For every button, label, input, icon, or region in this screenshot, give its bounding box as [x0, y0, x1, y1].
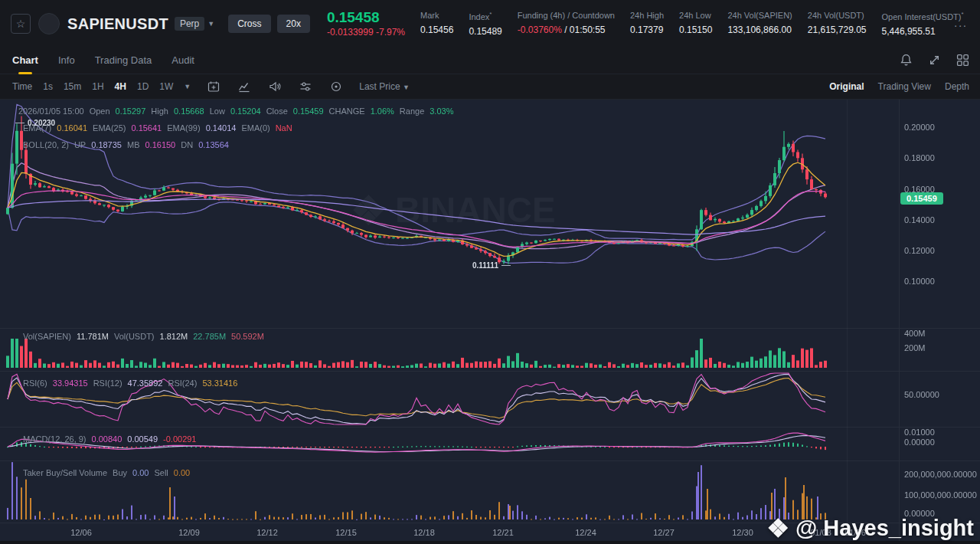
- tabbar-icons: [900, 54, 969, 67]
- axis-tick: 0.00000: [904, 437, 935, 447]
- leverage-button[interactable]: 20x: [277, 15, 310, 33]
- time-tick: 12/24: [575, 528, 596, 537]
- interval-1s[interactable]: 1s: [43, 81, 53, 92]
- contract-type-badge: Perp: [175, 17, 204, 31]
- low-price-marker: 0.11111: [472, 261, 511, 270]
- tab-chart[interactable]: Chart: [12, 48, 38, 74]
- chart-canvas[interactable]: [0, 100, 980, 544]
- axis-tick: 200,000,000.00000: [904, 470, 977, 479]
- stat-index: Index*0.15489: [469, 11, 501, 37]
- taker-volume-info-row[interactable]: Taker Buy/Sell VolumeBuy0.00Sell0.00: [23, 468, 195, 477]
- high-price-marker: 0.20230: [15, 119, 55, 127]
- ohlc-info-row: 2026/01/05 15:00Open0.15297High0.15668Lo…: [18, 107, 459, 116]
- chart-toolbar: Time1s15m1H4H1D1W ▼ Last Price ▼ Origina…: [0, 74, 980, 100]
- view-mode-original[interactable]: Original: [829, 81, 864, 92]
- view-mode-trading-view[interactable]: Trading View: [878, 81, 931, 92]
- chart-style-icon[interactable]: [238, 80, 250, 93]
- axis-tick: 200M: [904, 343, 926, 352]
- tab-trading-data[interactable]: Trading Data: [95, 48, 152, 74]
- view-mode-depth[interactable]: Depth: [945, 81, 969, 92]
- last-price-badge: 0.15459: [900, 192, 943, 205]
- header-stats: Mark0.15456Index*0.15489Funding (4h) / C…: [420, 11, 964, 37]
- margin-mode-button[interactable]: Cross: [228, 15, 270, 33]
- time-tick: 12/09: [178, 528, 200, 537]
- interval-15m[interactable]: 15m: [64, 81, 81, 92]
- price-change: -0.0133999 -7.97%: [327, 27, 405, 38]
- date-range-icon[interactable]: [207, 80, 220, 93]
- axis-tick: 0.01000: [904, 428, 935, 437]
- axis-tick: 0.10000: [904, 277, 935, 286]
- bottom-strip: [0, 541, 980, 544]
- stat-funding-4h-countdown: Funding (4h) / Countdown-0.03760% / 01:5…: [518, 11, 615, 35]
- price-block: 0.15458 -0.0133999 -7.97%: [327, 10, 405, 38]
- time-tick: 12/21: [492, 528, 514, 537]
- rsi-info-row[interactable]: RSI(6)33.94315RSI(12)47.35892RSI(24)53.3…: [23, 379, 243, 388]
- fullscreen-expand-icon[interactable]: [928, 54, 941, 67]
- notification-bell-icon[interactable]: [900, 54, 913, 67]
- credit-watermark: ❖ @ Hayes_insight: [766, 516, 974, 541]
- target-price-icon[interactable]: [330, 80, 342, 93]
- last-price: 0.15458: [327, 10, 405, 25]
- chart-tool-icons: [207, 80, 342, 93]
- axis-tick: 0.18000: [904, 153, 935, 162]
- star-icon: ☆: [16, 18, 26, 30]
- symbol-dropdown-caret[interactable]: ▼: [207, 20, 214, 28]
- time-tick: 12/27: [653, 528, 675, 537]
- price-source-selector[interactable]: Last Price ▼: [359, 81, 410, 92]
- axis-tick: 0.20000: [904, 123, 935, 132]
- interval-time[interactable]: Time: [12, 81, 32, 92]
- stat-24h-low: 24h Low0.15150: [679, 11, 712, 35]
- axis-tick: 100,000,000.00000: [904, 490, 977, 500]
- indicator-settings-icon[interactable]: [299, 80, 312, 93]
- volume-info-row[interactable]: Vol(SAPIEN)11.781MVol(USDT)1.812M22.785M…: [23, 332, 270, 341]
- axis-tick: 50.00000: [904, 390, 939, 399]
- tab-info[interactable]: Info: [58, 48, 75, 74]
- chart-view-modes: OriginalTrading ViewDepth: [829, 81, 969, 92]
- more-menu-button[interactable]: ...: [954, 17, 968, 29]
- tab-bar: ChartInfoTrading DataAudit: [0, 48, 980, 74]
- stat-mark: Mark0.15456: [420, 11, 453, 35]
- interval-1h[interactable]: 1H: [92, 81, 103, 92]
- binance-logo-icon: ❖: [766, 517, 789, 540]
- coin-logo: [38, 13, 60, 34]
- time-tick: 12/06: [70, 528, 92, 537]
- time-tick: 12/18: [413, 528, 435, 537]
- ema-info-row[interactable]: EMA(7)0.16041EMA(25)0.15641EMA(99)0.1401…: [23, 123, 298, 133]
- tab-audit[interactable]: Audit: [172, 48, 194, 74]
- symbol-name[interactable]: SAPIENUSDT: [67, 15, 168, 33]
- time-tick: 12/15: [335, 528, 357, 537]
- header: ☆ SAPIENUSDT Perp ▼ Cross 20x 0.15458 -0…: [0, 0, 980, 48]
- time-tick: 12/30: [732, 528, 753, 537]
- stat-open-interest-usdt: Open Interest(USDT)*5,446,955.51: [882, 11, 964, 37]
- tabs: ChartInfoTrading DataAudit: [12, 48, 214, 74]
- time-tick: 12/12: [256, 528, 278, 537]
- boll-info-row[interactable]: BOLL(20, 2)UP0.18735MB0.16150DN0.13564: [23, 140, 234, 149]
- interval-1w[interactable]: 1W: [159, 81, 173, 92]
- chart-region: 2026/01/05 15:00Open0.15297High0.15668Lo…: [0, 100, 980, 544]
- axis-tick: 0.14000: [904, 215, 935, 224]
- futures-trading-page: ☆ SAPIENUSDT Perp ▼ Cross 20x 0.15458 -0…: [0, 0, 980, 544]
- interval-1d[interactable]: 1D: [137, 81, 149, 92]
- macd-info-row[interactable]: MACD(12, 26, 9)0.008400.00549-0.00291: [23, 434, 202, 444]
- alert-megaphone-icon[interactable]: [269, 80, 281, 93]
- axis-tick: 0.12000: [904, 246, 935, 255]
- stat-24h-high: 24h High0.17379: [630, 11, 664, 35]
- favorite-star-button[interactable]: ☆: [11, 14, 31, 34]
- axis-tick: 400M: [904, 329, 926, 338]
- credit-text: @ Hayes_insight: [795, 516, 974, 541]
- interval-selector: Time1s15m1H4H1D1W: [12, 81, 184, 92]
- interval-4h[interactable]: 4H: [115, 81, 126, 92]
- stat-24h-vol-sapien: 24h Vol(SAPIEN)133,106,866.00: [727, 11, 792, 35]
- interval-dropdown-caret[interactable]: ▼: [184, 83, 191, 90]
- layout-grid-icon[interactable]: [956, 54, 969, 67]
- stat-24h-vol-usdt: 24h Vol(USDT)21,615,729.05: [808, 11, 867, 35]
